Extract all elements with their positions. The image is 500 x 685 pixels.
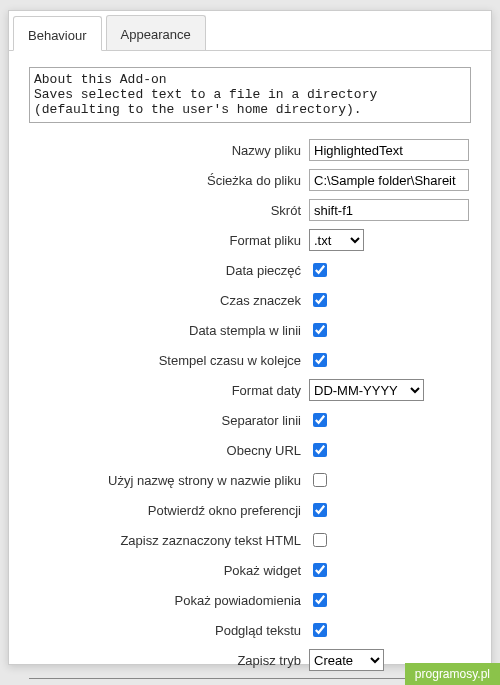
label-save-html: Zapisz zaznaczony tekst HTML [29,533,309,548]
label-show-notifications: Pokaż powiadomienia [29,593,309,608]
row-fileformat: Format pliku .txt [29,228,471,252]
row-dateformat: Format daty DD-MM-YYYY [29,378,471,402]
checkbox-datestamp-inline[interactable] [313,323,327,337]
tab-appearance[interactable]: Appearance [106,15,206,50]
label-lineseparator: Separator linii [29,413,309,428]
input-filename[interactable] [309,139,469,161]
label-dateformat: Format daty [29,383,309,398]
row-currenturl: Obecny URL [29,438,471,462]
row-text-preview: Podgląd tekstu [29,618,471,642]
row-filename: Nazwy pliku [29,138,471,162]
checkbox-pagename-in-filename[interactable] [313,473,327,487]
checkbox-save-html[interactable] [313,533,327,547]
tab-bar: Behaviour Appearance [9,11,491,51]
row-filepath: Ścieżka do pliku [29,168,471,192]
label-currenturl: Obecny URL [29,443,309,458]
preferences-panel: Behaviour Appearance Nazwy pliku Ścieżka… [8,10,492,665]
form: Nazwy pliku Ścieżka do pliku Skrót Forma… [29,138,471,685]
row-lineseparator: Separator linii [29,408,471,432]
checkbox-timestamp[interactable] [313,293,327,307]
label-datestamp: Data pieczęć [29,263,309,278]
input-shortcut[interactable] [309,199,469,221]
row-pagename-in-filename: Użyj nazwę strony w nazwie pliku [29,468,471,492]
checkbox-timestamp-queue[interactable] [313,353,327,367]
row-confirm-pref: Potwierdź okno preferencji [29,498,471,522]
tab-behaviour[interactable]: Behaviour [13,16,102,51]
row-save-html: Zapisz zaznaczony tekst HTML [29,528,471,552]
select-dateformat[interactable]: DD-MM-YYYY [309,379,424,401]
label-text-preview: Podgląd tekstu [29,623,309,638]
watermark: programosy.pl [405,663,500,685]
input-filepath[interactable] [309,169,469,191]
row-datestamp: Data pieczęć [29,258,471,282]
checkbox-datestamp[interactable] [313,263,327,277]
row-timestamp: Czas znaczek [29,288,471,312]
select-save-mode[interactable]: Create [309,649,384,671]
row-timestamp-queue: Stempel czasu w kolejce [29,348,471,372]
select-fileformat[interactable]: .txt [309,229,364,251]
row-datestamp-inline: Data stempla w linii [29,318,471,342]
row-shortcut: Skrót [29,198,471,222]
label-timestamp-queue: Stempel czasu w kolejce [29,353,309,368]
label-timestamp: Czas znaczek [29,293,309,308]
checkbox-lineseparator[interactable] [313,413,327,427]
about-textarea[interactable] [29,67,471,123]
label-filename: Nazwy pliku [29,143,309,158]
checkbox-show-notifications[interactable] [313,593,327,607]
checkbox-currenturl[interactable] [313,443,327,457]
label-confirm-pref: Potwierdź okno preferencji [29,503,309,518]
tab-content: Nazwy pliku Ścieżka do pliku Skrót Forma… [9,51,491,685]
row-show-widget: Pokaż widget [29,558,471,582]
label-filepath: Ścieżka do pliku [29,173,309,188]
label-save-mode: Zapisz tryb [29,653,309,668]
label-fileformat: Format pliku [29,233,309,248]
label-show-widget: Pokaż widget [29,563,309,578]
label-datestamp-inline: Data stempla w linii [29,323,309,338]
label-pagename-in-filename: Użyj nazwę strony w nazwie pliku [29,473,309,488]
checkbox-text-preview[interactable] [313,623,327,637]
label-shortcut: Skrót [29,203,309,218]
row-show-notifications: Pokaż powiadomienia [29,588,471,612]
checkbox-confirm-pref[interactable] [313,503,327,517]
checkbox-show-widget[interactable] [313,563,327,577]
